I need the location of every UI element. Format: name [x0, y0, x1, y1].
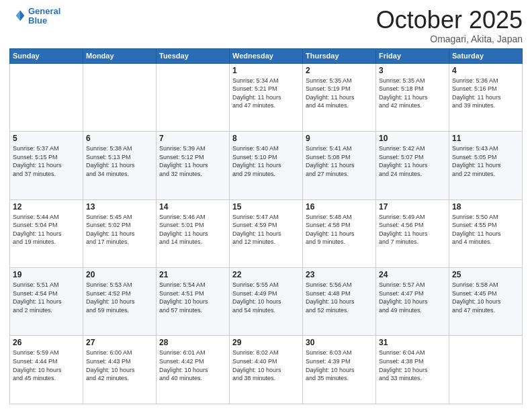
page: General Blue October 2025 Omagari, Akita…	[0, 0, 532, 411]
calendar-cell: 2Sunrise: 5:35 AM Sunset: 5:19 PM Daylig…	[303, 63, 376, 131]
day-info: Sunrise: 5:35 AM Sunset: 5:19 PM Dayligh…	[306, 77, 373, 110]
day-info: Sunrise: 6:01 AM Sunset: 4:42 PM Dayligh…	[159, 349, 226, 382]
day-info: Sunrise: 5:37 AM Sunset: 5:15 PM Dayligh…	[13, 144, 80, 178]
day-info: Sunrise: 5:43 AM Sunset: 5:05 PM Dayligh…	[452, 144, 519, 178]
day-info: Sunrise: 5:36 AM Sunset: 5:16 PM Dayligh…	[452, 77, 519, 110]
day-info: Sunrise: 6:03 AM Sunset: 4:39 PM Dayligh…	[306, 349, 373, 382]
day-info: Sunrise: 6:00 AM Sunset: 4:43 PM Dayligh…	[86, 349, 153, 382]
calendar-cell	[157, 63, 230, 131]
day-info: Sunrise: 5:45 AM Sunset: 5:02 PM Dayligh…	[86, 213, 153, 246]
day-number: 14	[159, 202, 226, 212]
day-info: Sunrise: 5:49 AM Sunset: 4:56 PM Dayligh…	[379, 213, 446, 246]
calendar-cell: 15Sunrise: 5:47 AM Sunset: 4:59 PM Dayli…	[230, 199, 303, 267]
calendar-table: Sunday Monday Tuesday Wednesday Thursday…	[9, 48, 523, 404]
calendar-cell: 30Sunrise: 6:03 AM Sunset: 4:39 PM Dayli…	[303, 336, 376, 404]
calendar-cell	[449, 336, 523, 404]
calendar-cell: 4Sunrise: 5:36 AM Sunset: 5:16 PM Daylig…	[449, 63, 523, 131]
calendar-cell: 14Sunrise: 5:46 AM Sunset: 5:01 PM Dayli…	[157, 199, 230, 267]
day-info: Sunrise: 5:59 AM Sunset: 4:44 PM Dayligh…	[13, 349, 80, 382]
day-info: Sunrise: 5:46 AM Sunset: 5:01 PM Dayligh…	[159, 213, 226, 246]
header: General Blue October 2025 Omagari, Akita…	[9, 7, 523, 44]
day-info: Sunrise: 5:40 AM Sunset: 5:10 PM Dayligh…	[232, 144, 300, 178]
day-number: 3	[379, 66, 446, 75]
day-number: 2	[306, 66, 373, 75]
calendar-week-row: 26Sunrise: 5:59 AM Sunset: 4:44 PM Dayli…	[10, 336, 523, 404]
calendar-cell: 27Sunrise: 6:00 AM Sunset: 4:43 PM Dayli…	[83, 336, 157, 404]
calendar-week-row: 19Sunrise: 5:51 AM Sunset: 4:54 PM Dayli…	[10, 268, 523, 336]
calendar-cell: 19Sunrise: 5:51 AM Sunset: 4:54 PM Dayli…	[10, 268, 83, 336]
day-number: 13	[86, 202, 153, 212]
logo-text: General Blue	[28, 7, 60, 26]
calendar-cell: 28Sunrise: 6:01 AM Sunset: 4:42 PM Dayli…	[157, 336, 230, 404]
day-info: Sunrise: 6:04 AM Sunset: 4:38 PM Dayligh…	[379, 349, 446, 382]
day-info: Sunrise: 5:51 AM Sunset: 4:54 PM Dayligh…	[13, 281, 80, 314]
day-info: Sunrise: 5:55 AM Sunset: 4:49 PM Dayligh…	[232, 281, 300, 314]
calendar-cell: 17Sunrise: 5:49 AM Sunset: 4:56 PM Dayli…	[376, 199, 449, 267]
day-info: Sunrise: 5:34 AM Sunset: 5:21 PM Dayligh…	[232, 77, 300, 110]
calendar-cell: 25Sunrise: 5:58 AM Sunset: 4:45 PM Dayli…	[449, 268, 523, 336]
day-info: Sunrise: 5:50 AM Sunset: 4:55 PM Dayligh…	[452, 213, 519, 246]
calendar-cell	[83, 63, 157, 131]
calendar-cell: 12Sunrise: 5:44 AM Sunset: 5:04 PM Dayli…	[10, 199, 83, 267]
day-number: 7	[159, 134, 226, 143]
day-number: 25	[452, 270, 519, 279]
day-info: Sunrise: 5:41 AM Sunset: 5:08 PM Dayligh…	[306, 144, 373, 178]
day-info: Sunrise: 5:39 AM Sunset: 5:12 PM Dayligh…	[159, 144, 226, 178]
calendar-cell	[10, 63, 83, 131]
calendar-cell: 20Sunrise: 5:53 AM Sunset: 4:52 PM Dayli…	[83, 268, 157, 336]
header-wednesday: Wednesday	[230, 48, 303, 63]
svg-marker-0	[20, 10, 24, 21]
day-info: Sunrise: 5:57 AM Sunset: 4:47 PM Dayligh…	[379, 281, 446, 314]
day-info: Sunrise: 6:02 AM Sunset: 4:40 PM Dayligh…	[232, 349, 300, 382]
day-number: 16	[306, 202, 373, 212]
calendar-week-row: 1Sunrise: 5:34 AM Sunset: 5:21 PM Daylig…	[10, 63, 523, 131]
header-saturday: Saturday	[449, 48, 523, 63]
calendar-cell: 9Sunrise: 5:41 AM Sunset: 5:08 PM Daylig…	[303, 132, 376, 199]
day-number: 22	[232, 270, 300, 279]
location-subtitle: Omagari, Akita, Japan	[376, 34, 523, 44]
day-number: 4	[452, 66, 519, 75]
day-number: 23	[306, 270, 373, 279]
header-monday: Monday	[83, 48, 157, 63]
day-number: 18	[452, 202, 519, 212]
calendar-cell: 8Sunrise: 5:40 AM Sunset: 5:10 PM Daylig…	[230, 132, 303, 199]
calendar-cell: 18Sunrise: 5:50 AM Sunset: 4:55 PM Dayli…	[449, 199, 523, 267]
calendar-week-row: 5Sunrise: 5:37 AM Sunset: 5:15 PM Daylig…	[10, 132, 523, 199]
day-number: 29	[232, 338, 300, 347]
day-number: 30	[306, 338, 373, 347]
calendar-cell: 26Sunrise: 5:59 AM Sunset: 4:44 PM Dayli…	[10, 336, 83, 404]
day-info: Sunrise: 5:56 AM Sunset: 4:48 PM Dayligh…	[306, 281, 373, 314]
calendar-cell: 21Sunrise: 5:54 AM Sunset: 4:51 PM Dayli…	[157, 268, 230, 336]
calendar-cell: 10Sunrise: 5:42 AM Sunset: 5:07 PM Dayli…	[376, 132, 449, 199]
day-number: 15	[232, 202, 300, 212]
calendar-cell: 6Sunrise: 5:38 AM Sunset: 5:13 PM Daylig…	[83, 132, 157, 199]
day-number: 28	[159, 338, 226, 347]
day-number: 8	[232, 134, 300, 143]
calendar-cell: 31Sunrise: 6:04 AM Sunset: 4:38 PM Dayli…	[376, 336, 449, 404]
header-sunday: Sunday	[10, 48, 83, 63]
logo-icon	[9, 8, 26, 24]
day-info: Sunrise: 5:38 AM Sunset: 5:13 PM Dayligh…	[86, 144, 153, 178]
day-number: 31	[379, 338, 446, 347]
calendar-cell: 5Sunrise: 5:37 AM Sunset: 5:15 PM Daylig…	[10, 132, 83, 199]
calendar-cell: 1Sunrise: 5:34 AM Sunset: 5:21 PM Daylig…	[230, 63, 303, 131]
calendar-week-row: 12Sunrise: 5:44 AM Sunset: 5:04 PM Dayli…	[10, 199, 523, 267]
day-number: 21	[159, 270, 226, 279]
calendar-cell: 29Sunrise: 6:02 AM Sunset: 4:40 PM Dayli…	[230, 336, 303, 404]
calendar-cell: 13Sunrise: 5:45 AM Sunset: 5:02 PM Dayli…	[83, 199, 157, 267]
header-tuesday: Tuesday	[157, 48, 230, 63]
day-info: Sunrise: 5:58 AM Sunset: 4:45 PM Dayligh…	[452, 281, 519, 314]
day-info: Sunrise: 5:35 AM Sunset: 5:18 PM Dayligh…	[379, 77, 446, 110]
day-number: 6	[86, 134, 153, 143]
day-number: 26	[13, 338, 80, 347]
calendar-cell: 22Sunrise: 5:55 AM Sunset: 4:49 PM Dayli…	[230, 268, 303, 336]
calendar-cell: 23Sunrise: 5:56 AM Sunset: 4:48 PM Dayli…	[303, 268, 376, 336]
month-title: October 2025	[376, 7, 523, 34]
day-number: 24	[379, 270, 446, 279]
day-info: Sunrise: 5:47 AM Sunset: 4:59 PM Dayligh…	[232, 213, 300, 246]
day-number: 17	[379, 202, 446, 212]
title-section: October 2025 Omagari, Akita, Japan	[376, 7, 523, 44]
calendar-cell: 11Sunrise: 5:43 AM Sunset: 5:05 PM Dayli…	[449, 132, 523, 199]
calendar-cell: 3Sunrise: 5:35 AM Sunset: 5:18 PM Daylig…	[376, 63, 449, 131]
calendar-cell: 7Sunrise: 5:39 AM Sunset: 5:12 PM Daylig…	[157, 132, 230, 199]
